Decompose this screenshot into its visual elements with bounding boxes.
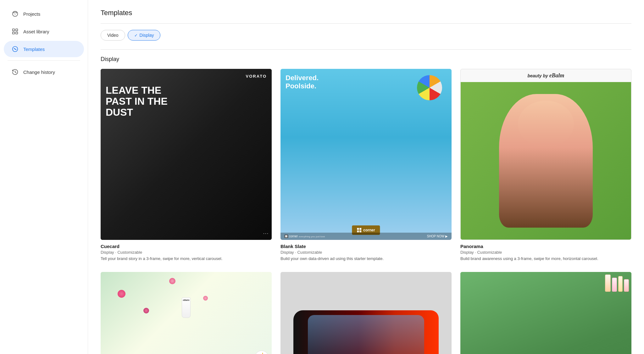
panorama-brand: beauty by eBalm (461, 69, 631, 82)
template-card-panorama[interactable]: beauty by eBalm Panorama Display · Custo… (460, 69, 631, 262)
template-card-scratch[interactable]: eBalm ☝ SCRATCH OFF eBalm SHOP NOW Scrat… (101, 272, 272, 354)
filter-divider (101, 49, 631, 50)
palette-icon (11, 10, 19, 18)
template-name-blank-slate: Blank Slate (280, 244, 452, 249)
check-icon: ✓ (134, 33, 138, 38)
thumbnail-blank-slate: Delivered.Poolside. corner 🔲 corner ever… (280, 69, 452, 240)
cuecard-brand: VORATO (246, 74, 267, 79)
template-meta-blank-slate: Display · Customizable (280, 250, 452, 255)
sidebar-item-projects[interactable]: Projects (4, 6, 84, 22)
template-card-blank-slate[interactable]: Delivered.Poolside. corner 🔲 corner ever… (280, 69, 452, 262)
template-desc-cuecard: Tell your brand story in a 3-frame, swip… (101, 256, 272, 262)
main-content: Templates Video ✓ Display Display VORATO… (88, 0, 644, 354)
svg-point-2 (16, 13, 16, 14)
template-card-before-after[interactable]: VORATO DRIVE NOW Before and After Displa… (280, 272, 452, 354)
shop-now-text: SHOP NOW ▶ (427, 235, 448, 238)
sidebar-item-templates-label: Templates (23, 47, 45, 52)
car-container (293, 310, 439, 354)
display-tab-label: Display (140, 33, 154, 38)
gallery-products (605, 274, 629, 292)
sidebar-item-asset-library[interactable]: Asset library (4, 23, 84, 40)
thumbnail-gallery: eBalm SHOP NOW (460, 272, 631, 354)
svg-rect-9 (357, 228, 359, 230)
sidebar-divider (8, 60, 80, 61)
cuecard-headline: LEAVE THEPAST IN THEDUST (106, 85, 267, 118)
templates-icon (11, 45, 19, 53)
sidebar: Projects Asset library Templates (0, 0, 88, 354)
svg-rect-11 (357, 230, 359, 232)
grid-icon (11, 28, 19, 35)
filter-tab-display[interactable]: ✓ Display (128, 30, 161, 41)
thumbnail-cuecard: VORATO LEAVE THEPAST IN THEDUST ⋯ (101, 69, 272, 240)
svg-rect-10 (359, 228, 361, 230)
filter-tab-video[interactable]: Video (101, 30, 125, 41)
history-icon (11, 68, 19, 76)
svg-point-3 (15, 14, 15, 15)
video-tab-label: Video (107, 33, 119, 38)
corner-tagline: 🔲 corner everything you just love (284, 235, 325, 238)
template-meta-cuecard: Display · Customizable (101, 250, 272, 255)
header-divider (101, 23, 631, 24)
thumbnail-scratch: eBalm ☝ SCRATCH OFF eBalm SHOP NOW (101, 272, 272, 354)
svg-point-1 (14, 13, 14, 14)
svg-rect-7 (16, 32, 18, 34)
svg-rect-12 (359, 230, 361, 232)
blank-slate-headline: Delivered.Poolside. (286, 74, 319, 91)
template-grid: VORATO LEAVE THEPAST IN THEDUST ⋯ Cuecar… (101, 69, 631, 354)
thumbnail-before-after: VORATO DRIVE NOW (280, 272, 452, 354)
sidebar-item-change-history-label: Change history (23, 69, 55, 75)
panorama-person (461, 82, 631, 240)
template-desc-blank-slate: Build your own data-driven ad using this… (280, 256, 452, 262)
scratch-product: eBalm (182, 297, 191, 318)
sidebar-item-projects-label: Projects (23, 11, 40, 17)
sidebar-item-templates[interactable]: Templates (4, 41, 84, 57)
cuecard-indicator: ⋯ (263, 230, 269, 237)
beach-ball (417, 75, 442, 100)
thumbnail-panorama: beauty by eBalm (460, 69, 631, 240)
sidebar-item-asset-library-label: Asset library (23, 29, 49, 34)
template-meta-panorama: Display · Customizable (460, 250, 631, 255)
svg-rect-5 (16, 29, 18, 31)
svg-rect-6 (13, 32, 14, 34)
template-card-gallery[interactable]: eBalm SHOP NOW Gallery with Blinds Trans… (460, 272, 631, 354)
template-desc-panorama: Build brand awareness using a 3-frame, s… (460, 256, 631, 262)
sidebar-item-change-history[interactable]: Change history (4, 64, 84, 80)
filter-tabs: Video ✓ Display (101, 30, 631, 41)
section-title: Display (101, 56, 631, 63)
template-name-cuecard: Cuecard (101, 244, 272, 249)
page-title: Templates (101, 9, 631, 17)
template-card-cuecard[interactable]: VORATO LEAVE THEPAST IN THEDUST ⋯ Cuecar… (101, 69, 272, 262)
template-name-panorama: Panorama (460, 244, 631, 249)
blank-slate-shop-bar: 🔲 corner everything you just love SHOP N… (280, 233, 452, 240)
svg-rect-4 (13, 29, 14, 31)
